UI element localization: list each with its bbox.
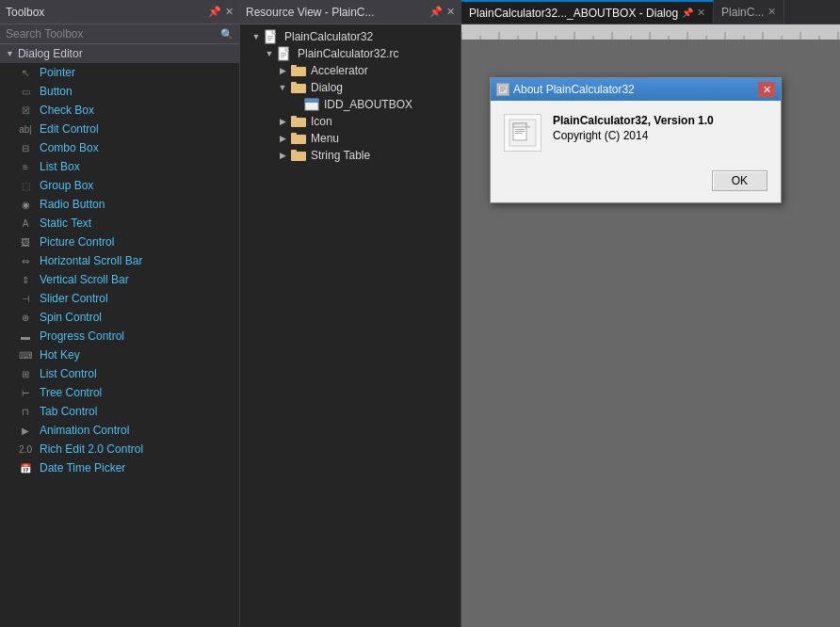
expand-icon[interactable]: ▶ xyxy=(277,151,288,160)
resource-tree-items: ▼ PlainCalculator32 ▼ PlainCalculator32.… xyxy=(240,28,460,164)
tree-item-dialog[interactable]: ▼ Dialog xyxy=(240,79,460,96)
dialog-footer: OK xyxy=(491,165,781,202)
svg-rect-3 xyxy=(267,40,271,40)
toolbox-item-slider-control[interactable]: ⊣ Slider Control xyxy=(0,289,239,308)
toolbox-item-rich-edit-2.0-control[interactable]: 2.0 Rich Edit 2.0 Control xyxy=(0,440,239,458)
tab-aboutbox[interactable]: PlainCalculator32..._ABOUTBOX - Dialog 📌… xyxy=(461,0,714,24)
toolbox-item-button[interactable]: ▭ Button xyxy=(0,82,239,101)
toolbox-item-check-box[interactable]: ☒ Check Box xyxy=(0,101,239,120)
pin-icon[interactable]: 📌 xyxy=(208,6,221,18)
toolbox-item-vertical-scroll-bar[interactable]: ⇕ Vertical Scroll Bar xyxy=(0,270,239,289)
close-icon[interactable]: ✕ xyxy=(225,6,234,18)
expand-icon[interactable]: ▼ xyxy=(277,83,288,92)
svg-rect-10 xyxy=(291,65,297,68)
toolbox-items-list: ↖ Pointer ▭ Button ☒ Check Box ab| Edit … xyxy=(0,63,239,477)
toolbox-title-left: Toolbox xyxy=(6,6,44,19)
toolbox-item-label: Spin Control xyxy=(40,311,102,324)
resource-panel: Resource View - PlainC... 📌 ✕ ▼ PlainCal… xyxy=(240,0,461,627)
tree-item-idd_aboutbox[interactable]: IDD_ABOUTBOX xyxy=(240,96,460,113)
toolbox-item-icon: ▶ xyxy=(17,423,34,438)
resource-close-icon[interactable]: ✕ xyxy=(446,6,455,18)
resource-pin-icon[interactable]: 📌 xyxy=(429,6,443,18)
expand-icon[interactable]: ▼ xyxy=(264,49,275,58)
resource-title-actions: 📌 ✕ xyxy=(429,6,455,18)
dialog-small-icon xyxy=(496,83,509,96)
toolbox-item-spin-control[interactable]: ⊕ Spin Control xyxy=(0,308,239,327)
tree-item-folder-icon xyxy=(291,114,308,129)
toolbox-item-list-box[interactable]: ≡ List Box xyxy=(0,157,239,176)
tab-plainc-close-icon[interactable]: ✕ xyxy=(767,6,776,18)
svg-rect-24 xyxy=(291,150,297,153)
toolbox-item-icon: ⇔ xyxy=(17,253,34,268)
tree-item-string-table[interactable]: ▶ String Table xyxy=(240,147,460,164)
toolbox-item-horizontal-scroll-bar[interactable]: ⇔ Horizontal Scroll Bar xyxy=(0,251,239,270)
tree-item-folder-icon xyxy=(291,80,308,95)
toolbox-item-icon: 🖼 xyxy=(17,234,34,249)
resource-title-left: Resource View - PlainC... xyxy=(246,6,375,19)
toolbox-item-tree-control[interactable]: ⊢ Tree Control xyxy=(0,383,239,402)
expand-icon[interactable]: ▶ xyxy=(277,66,288,75)
svg-rect-2 xyxy=(267,38,273,39)
toolbox-item-label: Rich Edit 2.0 Control xyxy=(40,442,143,456)
tree-item-accelerator[interactable]: ▶ Accelerator xyxy=(240,62,460,79)
tree-item-label: String Table xyxy=(311,149,370,162)
toolbox-item-icon: ab| xyxy=(17,121,34,137)
dialog-preview[interactable]: About PlainCalculator32 ✕ xyxy=(490,77,782,203)
toolbox-item-label: List Box xyxy=(40,160,80,173)
dialog-title-text: About PlainCalculator32 xyxy=(513,83,635,96)
dialog-title-left: About PlainCalculator32 xyxy=(496,83,635,96)
toolbox-item-tab-control[interactable]: ⊓ Tab Control xyxy=(0,402,239,421)
toolbox-item-icon: ≡ xyxy=(17,159,34,174)
toolbox-item-picture-control[interactable]: 🖼 Picture Control xyxy=(0,233,239,251)
expand-icon[interactable]: ▶ xyxy=(277,134,288,143)
tab-aboutbox-close-icon[interactable]: ✕ xyxy=(697,7,705,19)
toolbox-item-progress-control[interactable]: ▬ Progress Control xyxy=(0,327,239,346)
dialog-copyright: Copyright (C) 2014 xyxy=(553,129,767,142)
toolbox-item-date-time-picker[interactable]: 📅 Date Time Picker xyxy=(0,458,239,477)
dialog-close-button[interactable]: ✕ xyxy=(758,82,775,97)
toolbox-item-label: Tab Control xyxy=(40,405,97,418)
toolbox-item-animation-control[interactable]: ▶ Animation Control xyxy=(0,421,239,440)
tree-item-folder-icon xyxy=(291,63,308,78)
toolbox-item-list-control[interactable]: ⊞ List Control xyxy=(0,364,239,383)
svg-rect-18 xyxy=(291,116,297,119)
toolbox-item-label: Edit Control xyxy=(40,122,99,136)
toolbox-item-radio-button[interactable]: ◉ Radio Button xyxy=(0,195,239,214)
toolbox-item-label: Vertical Scroll Bar xyxy=(40,273,129,286)
toolbox-item-label: Check Box xyxy=(40,104,94,117)
toolbox-item-combo-box[interactable]: ⊟ Combo Box xyxy=(0,138,239,157)
svg-rect-21 xyxy=(291,133,297,136)
tree-item-plaincalculator32-rc[interactable]: ▼ PlainCalculator32.rc xyxy=(240,45,460,62)
toolbox-item-icon: ⊣ xyxy=(17,291,34,306)
toolbox-item-label: Picture Control xyxy=(40,235,114,249)
toolbox-item-hot-key[interactable]: ⌨ Hot Key xyxy=(0,346,239,364)
toolbox-item-group-box[interactable]: ⬚ Group Box xyxy=(0,176,239,195)
toolbox-section-header[interactable]: ▼ Dialog Editor xyxy=(0,44,239,63)
tab-plainc[interactable]: PlainC... ✕ xyxy=(714,0,784,24)
tree-item-menu[interactable]: ▶ Menu xyxy=(240,130,460,147)
search-input[interactable] xyxy=(6,27,217,40)
tree-item-folder-icon xyxy=(265,29,282,44)
editor-ruler xyxy=(461,24,840,40)
tree-item-plaincalculator32[interactable]: ▼ PlainCalculator32 xyxy=(240,28,460,45)
toolbox-search-box: 🔍 xyxy=(0,24,239,44)
toolbox-item-static-text[interactable]: A Static Text xyxy=(0,214,239,233)
toolbox-item-label: Hot Key xyxy=(40,348,80,362)
toolbox-item-edit-control[interactable]: ab| Edit Control xyxy=(0,120,239,138)
toolbox-item-icon: ▭ xyxy=(17,84,34,99)
svg-rect-7 xyxy=(281,56,284,57)
toolbox-item-icon: ⊞ xyxy=(17,366,34,381)
editor-content[interactable]: About PlainCalculator32 ✕ xyxy=(461,40,840,627)
tree-item-folder-icon xyxy=(304,97,321,112)
expand-icon[interactable]: ▼ xyxy=(250,32,262,41)
expand-icon[interactable]: ▶ xyxy=(277,117,288,126)
toolbox-item-label: Tree Control xyxy=(40,386,102,399)
svg-rect-56 xyxy=(515,133,522,134)
search-icon: 🔍 xyxy=(220,28,234,40)
dialog-ok-button[interactable]: OK xyxy=(712,170,767,191)
tree-item-icon[interactable]: ▶ Icon xyxy=(240,113,460,130)
toolbox-item-label: Group Box xyxy=(40,179,93,192)
toolbox-item-icon: ↖ xyxy=(17,65,34,80)
toolbox-item-pointer[interactable]: ↖ Pointer xyxy=(0,63,239,82)
tree-item-label: Menu xyxy=(311,132,339,145)
